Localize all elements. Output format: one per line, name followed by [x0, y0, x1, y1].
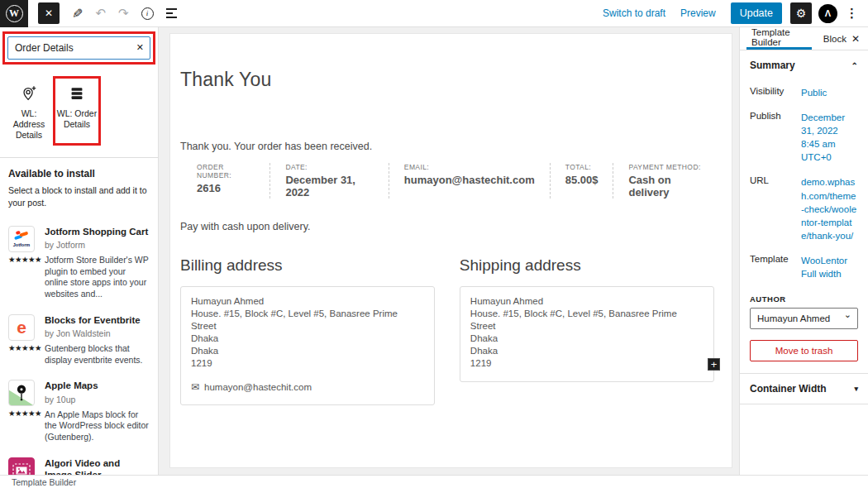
list-item[interactable]: ★★★★☆ Algori Video and Image Slider by K…: [8, 457, 150, 475]
algori-slider-icon: [8, 457, 35, 475]
settings-sidebar: Template Builder Block ✕ Summary ⌃ Visib…: [739, 27, 868, 475]
clear-search-icon[interactable]: ✕: [136, 42, 144, 53]
toggle-block-inserter-button[interactable]: ✕: [38, 2, 60, 24]
shipping-address-box: Humayun Ahmed House. #15, Block #C, Leve…: [460, 286, 714, 382]
apple-maps-icon: [8, 380, 35, 406]
plus-icon: +: [711, 358, 718, 371]
tab-template-builder[interactable]: Template Builder: [746, 27, 812, 50]
available-to-install-description: Select a block to install and add it to …: [8, 184, 150, 208]
billing-email: humayon@hastechit.com: [204, 382, 312, 392]
edit-mode-pencil-icon[interactable]: ✎: [72, 6, 83, 22]
tab-block[interactable]: Block: [818, 27, 851, 50]
editor-canvas: Thank You Thank you. Your order has been…: [159, 27, 739, 475]
plugin-description: An Apple Maps block for the WordPress bl…: [45, 409, 150, 443]
block-results-grid: WL: Address Details WL: Order Details: [0, 65, 158, 154]
template-value-link[interactable]: WooLentor Full width: [801, 254, 858, 280]
order-number-cell: Order number: 2616: [197, 163, 270, 199]
star-rating: ★★★★★: [8, 409, 36, 418]
more-options-kebab-icon[interactable]: ⋮: [846, 6, 858, 21]
block-search-input[interactable]: [7, 36, 150, 60]
author-select-wrap: Humayun Ahmed: [750, 308, 858, 329]
wordpress-w-icon: W: [6, 5, 23, 22]
shipping-address-section: Shipping address Humayun Ahmed House. #1…: [460, 256, 714, 405]
block-wl-address-details[interactable]: WL: Address Details: [5, 76, 53, 146]
billing-address-heading: Billing address: [180, 256, 435, 275]
plugin-author: by Jotform: [45, 240, 150, 250]
plugin-name: Jotform Shopping Cart: [45, 226, 150, 237]
close-icon: ✕: [45, 7, 53, 19]
plugin-name: Algori Video and Image Slider: [45, 457, 150, 475]
plugin-author: by Jon Waldstein: [45, 328, 150, 338]
plugin-name: Apple Maps: [45, 380, 150, 391]
plugin-suggestions-list: Jotform ★★★★★ Jotform Shopping Cart by J…: [0, 208, 158, 475]
container-width-panel-header[interactable]: Container Width ▾: [740, 373, 868, 404]
order-payment-method-cell: Payment method: Cash on delivery: [613, 163, 722, 199]
billing-address-section: Billing address Humayun Ahmed House. #15…: [180, 256, 435, 405]
block-label: WL: Order Details: [55, 108, 98, 130]
author-label: Author: [740, 286, 868, 304]
list-view-icon[interactable]: [166, 8, 177, 17]
close-sidebar-icon[interactable]: ✕: [851, 33, 860, 45]
search-annotation-red-box: ✕: [2, 31, 155, 65]
redo-icon[interactable]: ↷: [118, 6, 129, 21]
star-rating: ★★★★★: [8, 255, 36, 264]
location-pin-plus-icon: [20, 83, 38, 104]
switch-to-draft-link[interactable]: Switch to draft: [603, 7, 665, 19]
list-item[interactable]: e ★★★★★ Blocks for Eventbrite by Jon Wal…: [8, 314, 150, 366]
template-preview-card[interactable]: Thank You Thank you. Your order has been…: [169, 33, 732, 468]
stack-icon: [68, 83, 86, 104]
gear-icon: ⚙: [796, 7, 807, 20]
publish-value-link[interactable]: December 31, 2022 8:45 am UTC+0: [801, 111, 858, 164]
plugin-author: by 10up: [45, 395, 150, 404]
chevron-up-icon: ⌃: [851, 61, 858, 70]
plugin-name: Blocks for Eventbrite: [45, 314, 150, 326]
visibility-value-link[interactable]: Public: [801, 86, 858, 99]
publish-row: Publish December 31, 2022 8:45 am UTC+0: [740, 105, 868, 170]
visibility-row: Visibility Public: [740, 80, 868, 105]
email-envelope-icon: ✉: [191, 381, 199, 393]
jotform-icon: Jotform: [8, 226, 35, 252]
wordpress-logo[interactable]: W: [0, 0, 28, 27]
template-row: Template WooLentor Full width: [740, 248, 868, 286]
payment-instructions-note: Pay with cash upon delivery.: [180, 221, 722, 232]
order-date-cell: Date: December 31, 2022: [270, 163, 389, 199]
settings-button[interactable]: ⚙: [790, 2, 812, 24]
order-received-note: Thank you. Your order has been received.: [180, 141, 722, 152]
info-icon[interactable]: i: [141, 7, 154, 20]
url-value-link[interactable]: demo.wphash.com/theme-check/woolentor-te…: [801, 175, 858, 242]
woolentor-plugin-icon[interactable]: Λ: [818, 4, 837, 23]
author-select[interactable]: Humayun Ahmed: [750, 308, 858, 329]
editor-footer-bar: Template Builder: [0, 475, 868, 488]
plugin-description: Jotform Store Builder's WP plugin to emb…: [45, 255, 150, 300]
list-item[interactable]: ★★★★★ Apple Maps by 10up An Apple Maps b…: [8, 380, 150, 443]
block-label: WL: Address Details: [5, 108, 53, 141]
plugin-description: Gutenberg blocks that display eventbrite…: [45, 343, 150, 366]
billing-address-box: Humayun Ahmed House. #15, Block #C, Leve…: [180, 286, 435, 405]
available-to-install-heading: Available to install: [8, 168, 150, 179]
chevron-down-icon: ▾: [854, 385, 858, 393]
preview-link[interactable]: Preview: [680, 7, 716, 19]
url-row: URL demo.wphash.com/theme-check/woolento…: [740, 170, 868, 247]
order-total-cell: Total: 85.00$: [551, 163, 614, 199]
block-inserter-panel: ✕ WL: Address Details WL: Order Details …: [0, 27, 159, 475]
order-email-cell: Email: humayon@hastechit.com: [389, 163, 551, 199]
shipping-address-heading: Shipping address: [460, 256, 714, 275]
update-button[interactable]: Update: [731, 2, 782, 24]
page-title: Thank You: [180, 69, 722, 91]
add-block-button[interactable]: +: [708, 358, 720, 371]
sidebar-tab-bar: Template Builder Block ✕: [740, 27, 868, 50]
summary-panel-header[interactable]: Summary ⌃: [740, 50, 868, 80]
list-item[interactable]: Jotform ★★★★★ Jotform Shopping Cart by J…: [8, 226, 150, 300]
eventbrite-icon: e: [8, 314, 35, 341]
editor-top-bar: W ✕ ✎ ↶ ↷ i Switch to draft Preview Upda…: [0, 0, 868, 27]
order-details-row: Order number: 2616 Date: December 31, 20…: [197, 163, 722, 199]
move-to-trash-button[interactable]: Move to trash: [750, 340, 858, 361]
undo-icon[interactable]: ↶: [95, 6, 106, 21]
star-rating: ★★★★★: [8, 343, 36, 352]
block-wl-order-details[interactable]: WL: Order Details: [53, 76, 101, 146]
breadcrumb: Template Builder: [12, 477, 76, 487]
